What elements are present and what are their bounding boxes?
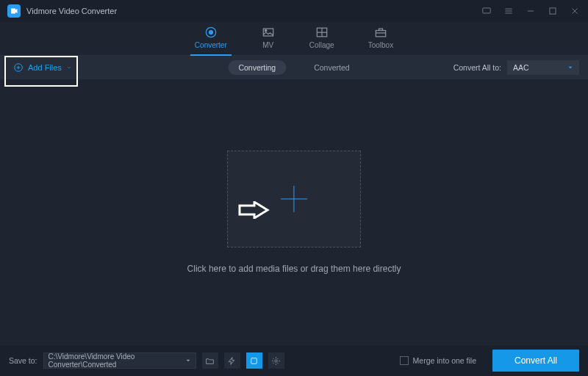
svg-point-3 (209, 31, 212, 35)
open-folder-button[interactable] (202, 352, 218, 369)
save-path-dropdown[interactable]: C:\Vidmore\Vidmore Video Converter\Conve… (43, 352, 196, 369)
format-dropdown[interactable]: AAC (507, 60, 579, 75)
chevron-down-icon (185, 357, 191, 365)
chevron-down-icon (567, 65, 573, 70)
tab-mv[interactable]: MV (261, 25, 276, 52)
bottom-bar: Save to: C:\Vidmore\Vidmore Video Conver… (0, 345, 588, 376)
main-area: Click here to add media files or drag th… (0, 79, 588, 345)
feedback-icon[interactable] (481, 5, 492, 17)
tab-toolbox[interactable]: Toolbox (368, 25, 393, 52)
svg-rect-7 (376, 31, 385, 37)
svg-point-5 (265, 29, 267, 32)
converter-icon (204, 25, 218, 40)
app-logo (7, 4, 21, 18)
tab-label: Converter (195, 41, 227, 49)
svg-point-10 (275, 359, 277, 361)
plus-icon (281, 186, 307, 212)
toolbar: Add Files Converting Converted Convert A… (0, 56, 588, 79)
tab-converter[interactable]: Converter (195, 25, 227, 52)
svg-rect-9 (251, 358, 257, 364)
checkbox-icon (400, 356, 409, 365)
svg-rect-1 (550, 8, 556, 14)
toolbox-icon (373, 25, 388, 40)
mv-icon (261, 25, 276, 40)
subtab-converted[interactable]: Converted (304, 60, 359, 75)
gpu-button[interactable] (246, 352, 262, 369)
merge-checkbox[interactable]: Merge into one file (400, 356, 476, 365)
add-files-label: Add Files (28, 63, 62, 72)
tab-collage[interactable]: Collage (309, 25, 334, 52)
tab-label: MV (262, 41, 273, 49)
convert-all-to-label: Convert All to: (453, 63, 501, 72)
tab-label: Collage (309, 41, 334, 49)
menu-icon[interactable] (503, 5, 514, 17)
format-value: AAC (513, 63, 529, 72)
collage-icon (315, 25, 329, 40)
plus-circle-icon (13, 62, 24, 73)
tab-label: Toolbox (368, 41, 393, 49)
dropzone-hint: Click here to add media files or drag th… (187, 264, 401, 274)
titlebar: Vidmore Video Converter (0, 0, 588, 22)
dropzone[interactable] (227, 151, 361, 247)
subtab-converting[interactable]: Converting (228, 60, 286, 75)
app-title: Vidmore Video Converter (26, 7, 481, 15)
save-path-value: C:\Vidmore\Vidmore Video Converter\Conve… (49, 352, 185, 369)
save-to-label: Save to: (9, 356, 37, 365)
chevron-down-icon (66, 62, 72, 73)
convert-all-button[interactable]: Convert All (492, 350, 579, 372)
main-tabs: Converter MV Collage Toolbox (0, 22, 588, 56)
minimize-icon[interactable] (525, 5, 537, 17)
add-files-button[interactable]: Add Files (9, 60, 76, 75)
speed-button[interactable] (224, 352, 240, 369)
merge-label: Merge into one file (413, 356, 476, 365)
close-icon[interactable] (569, 5, 581, 17)
maximize-icon[interactable] (547, 5, 559, 17)
settings-button[interactable] (268, 352, 284, 369)
